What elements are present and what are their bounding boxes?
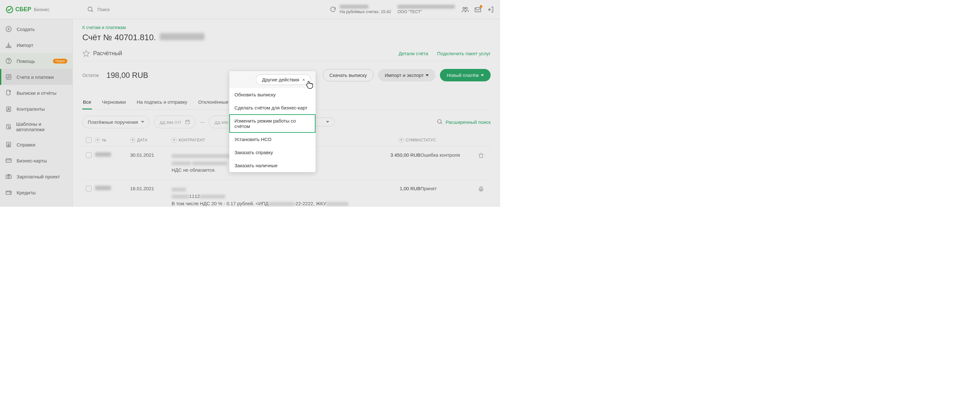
sidebar-item-templates[interactable]: Шаблоны и автоплатежи (0, 117, 72, 137)
chevron-up-icon (302, 79, 305, 80)
sidebar-item-salary[interactable]: Зарплатный проект (0, 169, 72, 185)
row-delete-button[interactable] (478, 152, 491, 159)
sidebar-item-certificates[interactable]: Справки (0, 137, 72, 153)
account-number-prefix: Счёт № 40701.810. (82, 33, 156, 43)
sort-icon[interactable] (95, 137, 100, 143)
sidebar-item-import[interactable]: Импорт (0, 37, 72, 53)
dropdown-item-order-certificate[interactable]: Заказать справку (229, 146, 315, 159)
package-link[interactable]: Подключить пакет услуг (437, 51, 491, 56)
logo[interactable]: СБЕР Бизнес (6, 6, 49, 13)
download-icon (5, 41, 12, 48)
sidebar-item-cards[interactable]: Бизнес-карты (0, 153, 72, 169)
svg-point-20 (9, 128, 11, 129)
org-name: ООО "ТЕСТ" (398, 9, 455, 14)
row-date: 30.01.2021 (130, 152, 172, 158)
download-statement-button[interactable]: Скачать выписку (323, 69, 374, 81)
date-from-input[interactable]: дд.мм.гггг (154, 116, 196, 128)
chevron-down-icon (141, 121, 144, 123)
sber-logo-icon (6, 6, 13, 13)
template-icon (5, 123, 12, 130)
col-header-status: СТАТУС (420, 138, 436, 142)
tab-rejected[interactable]: Отклонённые (197, 96, 229, 110)
search-icon (87, 6, 94, 13)
org-switcher[interactable]: ООО "ТЕСТ" (398, 5, 455, 14)
dropdown-item-refresh-statement[interactable]: Обновить выписку (229, 88, 315, 101)
tab-drafts[interactable]: Черновики (102, 96, 127, 110)
svg-rect-23 (6, 159, 11, 163)
row-sum: 1,00 RUB (356, 186, 420, 191)
balance-total-blurred (340, 5, 369, 9)
users-icon (5, 105, 12, 112)
contacts-icon[interactable] (461, 6, 469, 13)
search-placeholder: Поиск (97, 7, 110, 12)
doc-type-label: Платёжные поручения (88, 120, 138, 125)
tab-all[interactable]: Все (82, 96, 92, 110)
svg-point-3 (463, 7, 465, 9)
svg-rect-31 (186, 120, 189, 124)
search-icon (437, 119, 443, 125)
row-counterparty: 1112 В том числе НДС 20 % - 0.17 рублей.… (172, 186, 356, 207)
sidebar-item-create[interactable]: Создать (0, 21, 72, 37)
other-actions-dropdown: Другие действия Обновить выписку Сделать… (229, 71, 316, 172)
table-row[interactable]: 16.01.2021 1112 В том числе НДС 20 % - 0… (82, 180, 491, 207)
notification-dot (480, 5, 482, 8)
page-title: Счёт № 40701.810. (82, 33, 491, 43)
sidebar-item-loans[interactable]: Кредиты (0, 185, 72, 201)
account-type-label: Расчётный (93, 50, 122, 57)
svg-rect-5 (475, 8, 481, 12)
dropdown-item-set-nso[interactable]: Установить НСО (229, 133, 315, 146)
sidebar-item-accounts[interactable]: Счета и платежи (0, 69, 72, 85)
row-date: 16.01.2021 (130, 186, 172, 191)
dropdown-item-order-cash[interactable]: Заказать наличные (229, 159, 315, 172)
user-name-blurred (398, 5, 455, 9)
row-checkbox[interactable] (86, 152, 92, 158)
svg-rect-41 (479, 154, 483, 158)
sort-icon[interactable] (130, 137, 135, 143)
refresh-icon (329, 6, 337, 13)
back-link[interactable]: К счетам и платежам (82, 25, 491, 30)
dropdown-item-make-card-account[interactable]: Сделать счётом для бизнес-карт (229, 101, 315, 114)
tab-to-sign[interactable]: На подпись и отправку (136, 96, 188, 110)
date-separator: — (200, 120, 205, 124)
refresh-time-label: На рублёвых счетах, 15:42 (340, 9, 391, 14)
col-header-num: № (102, 138, 106, 142)
new-payment-button[interactable]: Новый платёж (440, 69, 491, 81)
advanced-search-link[interactable]: Расширенный поиск (437, 119, 491, 125)
question-icon (5, 57, 12, 64)
svg-point-1 (88, 7, 92, 11)
refresh-block[interactable]: На рублёвых счетах, 15:42 (329, 5, 391, 14)
doc-out-icon (5, 89, 12, 96)
doc-type-select[interactable]: Платёжные поручения (82, 116, 150, 128)
svg-point-29 (10, 193, 11, 193)
sidebar-item-label: Шаблоны и автоплатежи (16, 121, 68, 132)
search-input[interactable]: Поиск (87, 6, 110, 13)
import-export-button[interactable]: Импорт и экспорт (378, 69, 436, 81)
favorite-star-icon[interactable] (82, 49, 90, 57)
camera-icon (5, 173, 12, 180)
other-actions-button[interactable]: Другие действия (256, 74, 311, 85)
balance-label: Остаток (82, 73, 99, 78)
sidebar-item-label: Контрагенты (17, 106, 45, 112)
logout-icon[interactable] (487, 6, 495, 13)
sidebar-item-label: Создать (17, 27, 35, 32)
sidebar-item-help[interactable]: Помощь Новое (0, 53, 72, 69)
details-link[interactable]: Детали счёта (398, 51, 428, 56)
sort-icon[interactable] (172, 137, 177, 143)
svg-point-39 (438, 120, 441, 123)
sidebar-item-label: Зарплатный проект (17, 174, 60, 179)
sidebar-item-label: Выписки и отчёты (17, 90, 56, 96)
sidebar-item-counterparties[interactable]: Контрагенты (0, 101, 72, 117)
dropdown-item-change-mode[interactable]: Изменить режим работы со счётом (229, 114, 315, 133)
mail-icon[interactable] (474, 6, 482, 13)
row-checkbox[interactable] (86, 186, 92, 191)
row-print-button[interactable] (478, 186, 491, 193)
svg-rect-45 (480, 187, 482, 188)
select-all-checkbox[interactable] (86, 137, 92, 143)
svg-point-16 (8, 108, 9, 109)
svg-marker-30 (83, 50, 89, 56)
sidebar: Создать Импорт Помощь Новое Счета и плат… (0, 19, 73, 207)
sort-icon[interactable] (399, 137, 404, 143)
sidebar-item-statements[interactable]: Выписки и отчёты (0, 85, 72, 101)
col-header-contr: КОНТРАГЕНТ (179, 138, 205, 142)
row-status: Принят (420, 186, 478, 191)
